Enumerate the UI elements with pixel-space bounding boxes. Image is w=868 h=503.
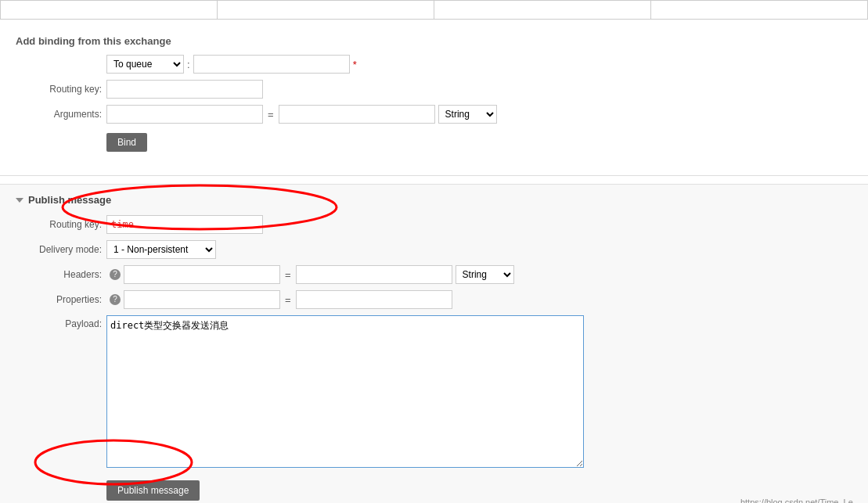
arguments-label: Arguments: xyxy=(16,109,102,120)
top-cell-1 xyxy=(1,1,218,20)
arguments-row: Arguments: = String Integer Boolean xyxy=(16,105,852,124)
to-queue-row: To queue To exchange : * xyxy=(16,55,852,74)
collapse-icon xyxy=(16,198,23,203)
payload-row: Payload: direct类型交换器发送消息 xyxy=(16,315,852,468)
properties-help-icon[interactable]: ? xyxy=(110,294,121,305)
headers-key-input[interactable] xyxy=(124,265,280,284)
publish-routing-key-row: Routing key: xyxy=(16,215,852,234)
headers-equals: = xyxy=(285,269,291,281)
publish-message-section: Publish message Routing key: Delivery mo… xyxy=(0,184,868,503)
publish-section-title: Publish message xyxy=(28,194,111,206)
add-binding-section: Add binding from this exchange To queue … xyxy=(0,27,868,167)
delivery-mode-label: Delivery mode: xyxy=(16,244,102,255)
colon: : xyxy=(187,59,190,70)
page-container: Add binding from this exchange To queue … xyxy=(0,0,868,503)
publish-routing-key-input[interactable] xyxy=(106,215,263,234)
properties-value-input[interactable] xyxy=(296,290,452,309)
bind-button[interactable]: Bind xyxy=(106,133,147,152)
publish-header[interactable]: Publish message xyxy=(16,194,852,206)
add-binding-title: Add binding from this exchange xyxy=(16,35,852,47)
headers-type-select[interactable]: String Integer Boolean xyxy=(456,265,514,284)
routing-key-input[interactable] xyxy=(106,80,263,99)
publish-routing-key-label: Routing key: xyxy=(16,219,102,230)
properties-key-input[interactable] xyxy=(124,290,280,309)
delivery-mode-select[interactable]: 1 - Non-persistent 2 - Persistent xyxy=(106,240,216,259)
section-divider xyxy=(0,175,868,176)
headers-value-input[interactable] xyxy=(296,265,452,284)
top-cell-2 xyxy=(218,1,434,20)
to-queue-select[interactable]: To queue To exchange xyxy=(106,55,184,74)
url-bar: https://blog.csdn.net/Time_Le... xyxy=(740,498,860,503)
queue-name-input[interactable] xyxy=(193,55,350,74)
routing-key-label: Routing key: xyxy=(16,84,102,95)
arguments-type-select[interactable]: String Integer Boolean xyxy=(438,105,497,124)
properties-label: Properties: xyxy=(16,294,102,305)
routing-key-row: Routing key: xyxy=(16,80,852,99)
delivery-mode-row: Delivery mode: 1 - Non-persistent 2 - Pe… xyxy=(16,240,852,259)
top-cell-3 xyxy=(434,1,651,20)
properties-equals: = xyxy=(285,294,291,306)
arguments-key-input[interactable] xyxy=(106,105,263,124)
headers-row: Headers: ? = String Integer Boolean xyxy=(16,265,852,284)
top-cell-4 xyxy=(651,1,868,20)
payload-textarea[interactable]: direct类型交换器发送消息 xyxy=(106,315,584,468)
top-table xyxy=(0,0,868,20)
properties-row: Properties: ? = xyxy=(16,290,852,309)
headers-help-icon[interactable]: ? xyxy=(110,269,121,280)
headers-label: Headers: xyxy=(16,269,102,280)
payload-label: Payload: xyxy=(16,318,102,329)
required-star: * xyxy=(353,59,357,70)
publish-message-button[interactable]: Publish message xyxy=(106,480,200,501)
equals-sign: = xyxy=(268,109,274,120)
arguments-value-input[interactable] xyxy=(279,105,435,124)
